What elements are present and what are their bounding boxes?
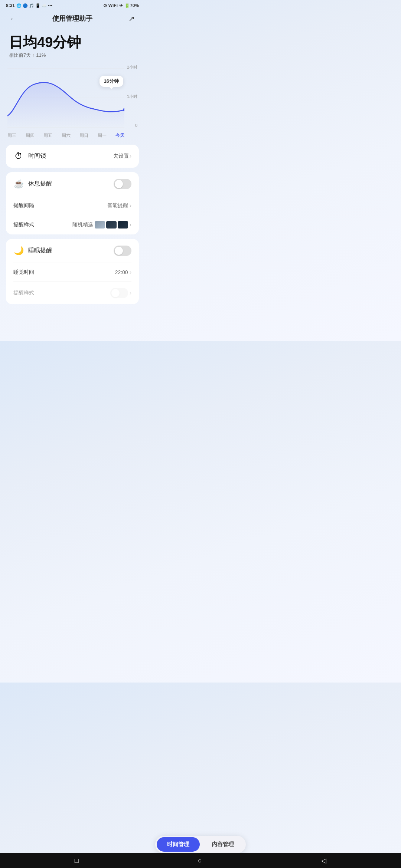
time-lock-label: 时间锁 (28, 152, 46, 160)
header: ← 使用管理助手 ↗ (0, 10, 145, 29)
usage-chart: 2小时 1小时 0 16分钟 周三 (0, 65, 145, 139)
x-label-sat: 周六 (62, 132, 71, 139)
style-value[interactable]: 随机精选 › (72, 221, 131, 228)
rest-reminder-icon: ☕ (13, 179, 24, 189)
x-label-fri: 周五 (43, 132, 52, 139)
time-lock-action[interactable]: 去设置 › (113, 153, 131, 160)
daily-avg-title: 日均49分钟 (9, 35, 136, 50)
chart-tooltip: 16分钟 (100, 76, 123, 87)
style-chevron-icon: › (130, 221, 131, 228)
sleep-style-chevron-icon: › (130, 290, 131, 296)
chart-y-axis: 2小时 1小时 0 (127, 65, 137, 128)
time-lock-icon: ⏱ (13, 151, 24, 161)
x-label-thu: 周四 (26, 132, 35, 139)
rest-reminder-label: 休息提醒 (28, 180, 52, 188)
rest-reminder-toggle[interactable] (114, 179, 131, 189)
sleep-reminder-header-row: 🌙 睡眠提醒 (6, 239, 139, 263)
interval-label: 提醒间隔 (13, 202, 34, 209)
sleep-style-label: 提醒样式 (13, 290, 34, 296)
airplane-icon: ✈ (119, 3, 123, 8)
sleep-time-chevron-icon: › (130, 269, 131, 276)
sleep-time-label: 睡觉时间 (13, 269, 34, 276)
interval-chevron-icon: › (130, 202, 131, 209)
wifi-icon: WiFi (108, 3, 118, 8)
chart-x-axis: 周三 周四 周五 周六 周日 周一 今天 (7, 132, 124, 139)
sleep-style-toggle[interactable] (110, 288, 128, 298)
x-label-sun: 周日 (79, 132, 88, 139)
status-app-icons: 🌐 🔵 🎵 📱 ☁️ ••• (16, 3, 52, 8)
daily-average-section: 日均49分钟 相比前7天 ↑ 11% (0, 29, 145, 62)
settings-cards: ⏱ 时间锁 去设置 › ☕ 休息提醒 提醒间隔 智能提醒 › (0, 139, 145, 341)
signal-icon: ⊙ (103, 3, 107, 8)
x-label-today: 今天 (115, 132, 124, 139)
sleep-reminder-toggle[interactable] (114, 246, 131, 256)
share-button[interactable]: ↗ (125, 13, 137, 24)
battery-icon: 🔋70% (124, 3, 139, 8)
sleep-reminder-card: 🌙 睡眠提醒 睡觉时间 22:00 › 提醒样式 › (6, 239, 139, 304)
rest-reminder-card: ☕ 休息提醒 提醒间隔 智能提醒 › 提醒样式 随机精选 (6, 172, 139, 234)
status-bar: 8:31 🌐 🔵 🎵 📱 ☁️ ••• ⊙ WiFi ✈ 🔋70% (0, 0, 145, 10)
sleep-style-value: › (110, 288, 131, 298)
style-thumb-1 (95, 221, 105, 228)
sleep-style-row[interactable]: 提醒样式 › (6, 282, 139, 304)
reminder-interval-row[interactable]: 提醒间隔 智能提醒 › (6, 196, 139, 215)
status-time: 8:31 🌐 🔵 🎵 📱 ☁️ ••• (6, 3, 52, 8)
time-display: 8:31 (6, 3, 15, 8)
reminder-style-row[interactable]: 提醒样式 随机精选 › (6, 215, 139, 234)
x-label-wed: 周三 (7, 132, 16, 139)
x-label-mon: 周一 (98, 132, 107, 139)
y-label-mid: 1小时 (127, 94, 137, 99)
rest-reminder-header-row: ☕ 休息提醒 (6, 172, 139, 196)
interval-value[interactable]: 智能提醒 › (107, 202, 131, 209)
sleep-time-row[interactable]: 睡觉时间 22:00 › (6, 263, 139, 282)
back-button[interactable]: ← (7, 13, 19, 24)
status-system-icons: ⊙ WiFi ✈ 🔋70% (103, 3, 139, 8)
sleep-reminder-label: 睡眠提醒 (28, 247, 52, 254)
style-thumbnails (95, 221, 128, 228)
page-title: 使用管理助手 (19, 14, 125, 23)
time-lock-chevron-icon: › (130, 153, 131, 160)
time-lock-row[interactable]: ⏱ 时间锁 去设置 › (6, 145, 139, 168)
daily-avg-subtitle: 相比前7天 ↑ 11% (9, 52, 136, 59)
style-thumb-2 (106, 221, 117, 228)
style-thumb-3 (118, 221, 128, 228)
trend-arrow-icon: ↑ (32, 53, 35, 58)
sleep-time-value[interactable]: 22:00 › (115, 269, 131, 276)
sleep-icon: 🌙 (13, 246, 24, 256)
y-label-top: 2小时 (127, 65, 137, 70)
style-label: 提醒样式 (13, 221, 34, 228)
time-lock-card: ⏱ 时间锁 去设置 › (6, 145, 139, 168)
y-label-bottom: 0 (127, 123, 137, 128)
